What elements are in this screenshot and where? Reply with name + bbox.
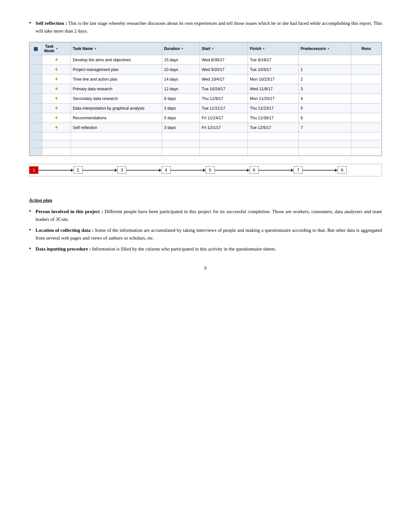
cell-mode: ✦ — [42, 113, 71, 123]
gantt-row: ✦Self reflection3 daysFri 12/1/17Tue 12/… — [30, 123, 382, 133]
cell-finish: Tue 12/5/17 — [248, 123, 298, 133]
cell-name: Self reflection — [71, 123, 162, 133]
gantt-row: ✦Recommendations5 daysFri 11/24/17Thu 11… — [30, 113, 382, 123]
arrow-head — [247, 169, 250, 172]
task-mode-icon: ✦ — [54, 66, 59, 73]
col-header-start: Start ▼ — [200, 43, 248, 55]
cell-start: Fri 12/1/17 — [200, 123, 248, 133]
cell-mode: ✦ — [42, 74, 71, 84]
cell-id — [30, 94, 42, 103]
col-header-duration: Duration ▼ — [162, 43, 200, 55]
mode-sort-icon[interactable]: ▼ — [55, 47, 58, 50]
duration-sort-icon[interactable]: ▼ — [181, 47, 184, 50]
cell-resources — [351, 84, 381, 94]
action-plan-title: Action plan — [29, 198, 382, 203]
task-mode-icon: ✦ — [54, 95, 59, 102]
timeline-box: 5 — [206, 166, 215, 174]
cell-mode: ✦ — [42, 103, 71, 113]
cell-name: Data interpretation by graphical analysi… — [71, 103, 162, 113]
cell-predecessors: 4 — [298, 94, 351, 103]
cell-name: Develop the aims and objectives — [71, 55, 162, 65]
cell-empty — [248, 133, 298, 140]
task-mode-icon: ✦ — [54, 57, 59, 63]
cell-finish: Tue 9/19/17 — [248, 55, 298, 65]
action-plan-bullet-item: • Person involved in this project : Diff… — [29, 208, 382, 223]
cell-finish: Tue 10/3/17 — [248, 65, 298, 74]
cell-empty — [200, 133, 248, 140]
timeline-box: 3 — [117, 166, 126, 174]
arrow-line — [259, 170, 291, 171]
cell-empty — [30, 133, 42, 140]
cell-empty — [351, 148, 381, 156]
cell-resources — [351, 103, 381, 113]
cell-resources — [351, 74, 381, 84]
gantt-row: ✦Develop the aims and objectives15 daysW… — [30, 55, 382, 65]
cell-empty — [162, 148, 200, 156]
task-mode-icon: ✦ — [54, 105, 59, 111]
action-plan-bullet-body: Information is filled by the citizens wh… — [92, 246, 276, 251]
finish-sort-icon[interactable]: ▼ — [262, 47, 265, 50]
bullet-dot: • — [29, 245, 31, 252]
col-header-finish: Finish ▼ — [248, 43, 298, 55]
timeline-arrow — [38, 169, 73, 172]
cell-mode: ✦ — [42, 65, 71, 74]
arrow-head — [335, 169, 338, 172]
timeline-item: 3 — [117, 166, 161, 174]
cell-name: Time line and action plan — [71, 74, 162, 84]
timeline-box: 2 — [73, 166, 83, 174]
cell-duration: 8 days — [162, 94, 200, 103]
cell-empty — [298, 133, 351, 140]
action-plan-bullet-text: Data inputting procedure : Information i… — [35, 245, 276, 253]
arrow-line — [83, 170, 115, 171]
arrow-line — [171, 170, 203, 171]
col-header-name: Task Name ▼ — [71, 43, 162, 55]
action-plan-bullet-text: Person involved in this project : Differ… — [35, 208, 382, 223]
name-sort-icon[interactable]: ▼ — [94, 47, 97, 50]
arrow-line — [38, 170, 71, 171]
cell-name: Project management plan — [71, 65, 162, 74]
cell-mode: ✦ — [42, 123, 71, 133]
timeline-arrow — [259, 169, 294, 172]
cell-name: Recommendations — [71, 113, 162, 123]
arrow-line — [215, 170, 247, 171]
cell-empty — [200, 140, 248, 148]
cell-name: Secondary data research — [71, 94, 162, 103]
cell-predecessors: 7 — [298, 123, 351, 133]
cell-id — [30, 74, 42, 84]
task-mode-icon: ✦ — [54, 76, 59, 82]
action-plan-bullet-label: Data inputting procedure : — [35, 246, 92, 251]
cell-id — [30, 123, 42, 133]
cell-name: Primary data research — [71, 84, 162, 94]
gantt-chart-wrapper: TaskMode ▼ Task Name ▼ Duration ▼ — [29, 42, 382, 156]
arrow-line — [303, 170, 335, 171]
gantt-row: ✦Data interpretation by graphical analys… — [30, 103, 382, 113]
timeline-arrow — [126, 169, 161, 172]
gantt-row: ✦Primary data research12 daysTue 10/24/1… — [30, 84, 382, 94]
cell-predecessors: 6 — [298, 113, 351, 123]
cell-empty — [42, 148, 71, 156]
cell-empty — [71, 140, 162, 148]
cell-resources — [351, 65, 381, 74]
cell-predecessors: 1 — [298, 65, 351, 74]
action-plan-bullet-text: Location of collecting data : Some of th… — [35, 226, 382, 242]
bullet-dot: • — [29, 208, 31, 215]
cell-empty — [298, 140, 351, 148]
cell-start: Wed 10/4/17 — [200, 74, 248, 84]
gantt-row: ✦Time line and action plan14 daysWed 10/… — [30, 74, 382, 84]
cell-empty — [42, 133, 71, 140]
cell-duration: 15 days — [162, 55, 200, 65]
cell-finish: Thu 11/30/17 — [248, 113, 298, 123]
cell-empty — [162, 133, 200, 140]
start-sort-icon[interactable]: ▼ — [211, 47, 214, 50]
cell-empty — [71, 133, 162, 140]
cell-start: Tue 11/21/17 — [200, 103, 248, 113]
cell-id — [30, 103, 42, 113]
cell-duration: 10 days — [162, 65, 200, 74]
cell-mode: ✦ — [42, 94, 71, 103]
timeline-item: 1 — [29, 166, 73, 174]
pred-sort-icon[interactable]: ▼ — [327, 47, 330, 50]
action-plan-bullet-label: Person involved in this project : — [35, 209, 104, 214]
cell-id — [30, 113, 42, 123]
action-plan-bullet-label: Location of collecting data : — [35, 228, 95, 233]
cell-empty — [200, 148, 248, 156]
